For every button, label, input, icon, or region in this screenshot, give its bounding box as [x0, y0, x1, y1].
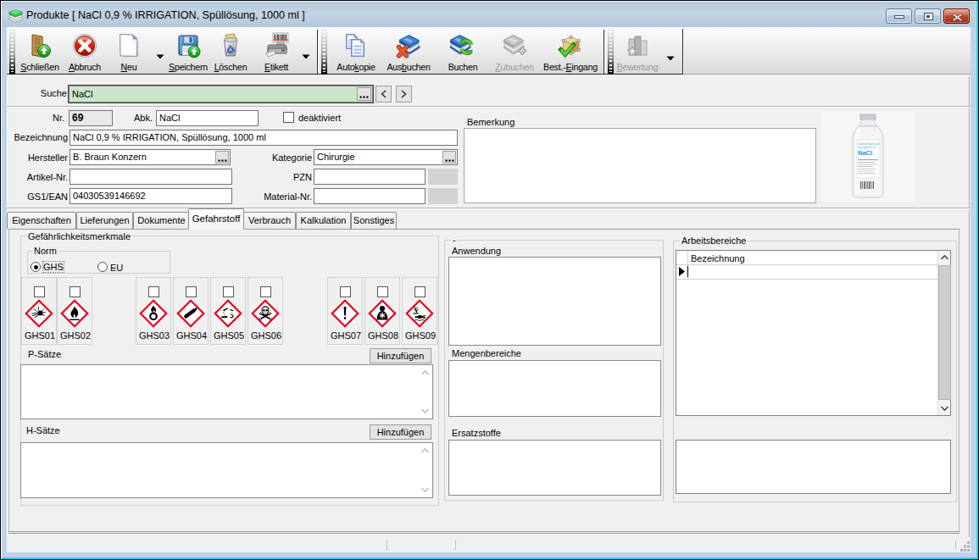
svg-text:NaCl: NaCl	[858, 149, 872, 157]
